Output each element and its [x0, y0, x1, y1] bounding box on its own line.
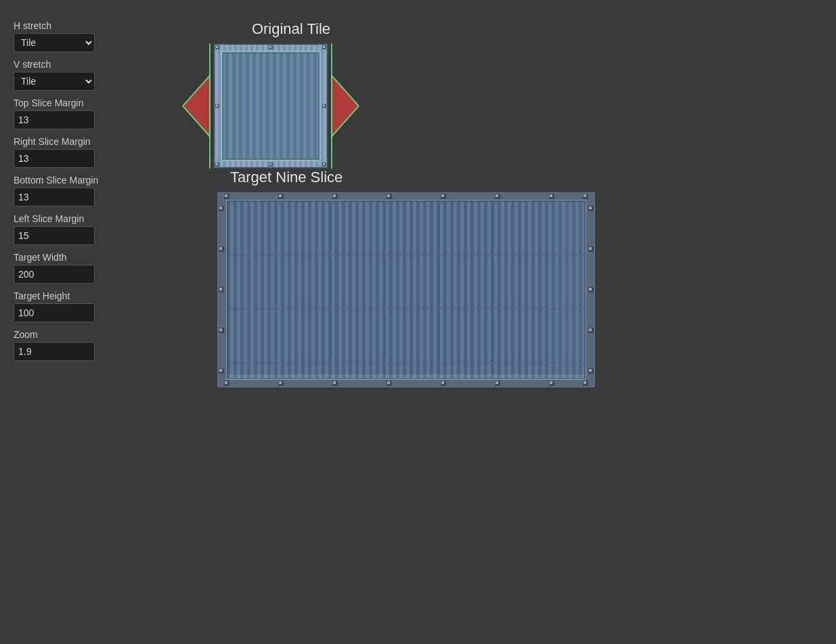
target-width-input[interactable]: [14, 265, 95, 284]
target-width-label: Target Width: [14, 252, 162, 263]
right-arrow-indicator: [328, 43, 366, 169]
target-height-group: Target Height: [14, 291, 162, 322]
zoom-group: Zoom: [14, 329, 162, 361]
original-tile-title: Original Tile: [252, 20, 330, 38]
left-panel: H stretch Stretch Tile Tile Fit V stretc…: [14, 14, 162, 630]
zoom-label: Zoom: [14, 329, 162, 340]
top-slice-margin-group: Top Slice Margin: [14, 98, 162, 129]
target-height-label: Target Height: [14, 291, 162, 301]
v-stretch-select[interactable]: Stretch Tile Tile Fit: [14, 72, 95, 91]
nine-slice-canvas: [217, 192, 596, 388]
top-slice-margin-input[interactable]: [14, 110, 95, 129]
right-slice-margin-input[interactable]: [14, 149, 95, 168]
target-nine-slice-title: Target Nine Slice: [230, 169, 343, 186]
right-panel: Original Tile Target Nine Slice: [176, 14, 822, 630]
left-slice-margin-label: Left Slice Margin: [14, 213, 162, 224]
top-slice-margin-label: Top Slice Margin: [14, 98, 162, 108]
original-tile-with-arrows: [176, 43, 366, 169]
v-stretch-label: V stretch: [14, 59, 162, 70]
target-nine-slice-section: Target Nine Slice: [217, 169, 596, 388]
target-width-group: Target Width: [14, 252, 162, 284]
zoom-input[interactable]: [14, 342, 95, 361]
v-stretch-group: V stretch Stretch Tile Tile Fit: [14, 59, 162, 91]
left-arrow-indicator: [176, 43, 213, 169]
left-slice-margin-group: Left Slice Margin: [14, 213, 162, 245]
h-stretch-label: H stretch: [14, 20, 162, 31]
original-tile-canvas: [213, 43, 328, 169]
bottom-slice-margin-input[interactable]: [14, 188, 95, 207]
right-slice-margin-label: Right Slice Margin: [14, 136, 162, 147]
target-height-input[interactable]: [14, 303, 95, 322]
bottom-slice-margin-group: Bottom Slice Margin: [14, 175, 162, 207]
h-stretch-select[interactable]: Stretch Tile Tile Fit: [14, 33, 95, 52]
bottom-slice-margin-label: Bottom Slice Margin: [14, 175, 162, 186]
left-slice-margin-input[interactable]: [14, 226, 95, 245]
h-stretch-group: H stretch Stretch Tile Tile Fit: [14, 20, 162, 52]
original-tile-section: Original Tile: [176, 20, 366, 169]
right-slice-margin-group: Right Slice Margin: [14, 136, 162, 168]
